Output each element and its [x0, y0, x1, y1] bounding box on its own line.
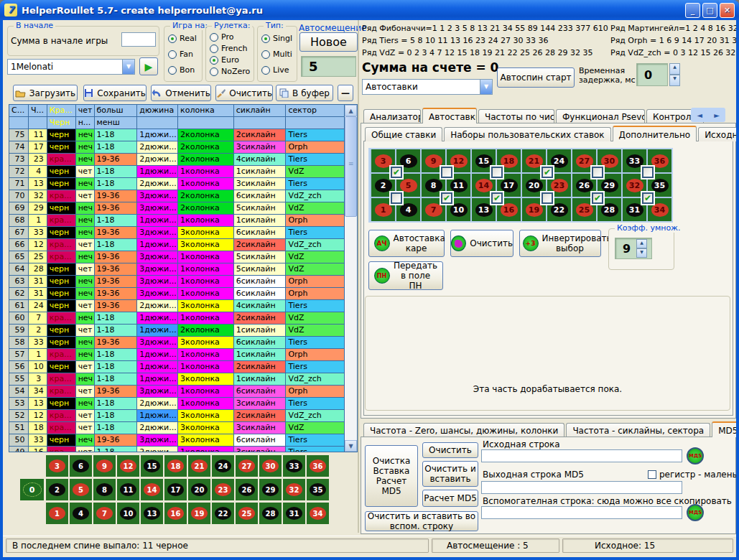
- table-header-cell[interactable]: Кра...: [47, 105, 76, 117]
- radio-icon[interactable]: [210, 45, 218, 53]
- board-cell-7[interactable]: 7: [93, 503, 116, 524]
- bet-checkbox-top-3[interactable]: [491, 167, 503, 178]
- md5-src-input[interactable]: [481, 449, 682, 462]
- spin-down-icon[interactable]: ▼: [669, 75, 680, 86]
- bet-checkbox-bottom-3[interactable]: ✔: [491, 192, 503, 204]
- board-cell-8[interactable]: 8: [93, 479, 116, 500]
- table-header-cell[interactable]: [29, 117, 47, 129]
- bet-checkbox-top-1[interactable]: ✔: [391, 167, 402, 178]
- new-button[interactable]: Новое: [299, 32, 358, 52]
- table-header-cell[interactable]: менш: [95, 117, 138, 129]
- md5-clear-button[interactable]: Очистить: [422, 442, 478, 458]
- tab-1[interactable]: Общие ставки: [365, 127, 442, 141]
- board-cell-32[interactable]: 32: [283, 479, 305, 500]
- bet-checkbox-bottom-6[interactable]: ✔: [642, 192, 654, 204]
- scroll-up-icon[interactable]: ▲: [345, 105, 357, 116]
- board-cell-2[interactable]: 2: [46, 479, 68, 500]
- board-cell-3[interactable]: 3: [46, 455, 68, 477]
- radio-icon[interactable]: [261, 34, 270, 43]
- spin-up-icon[interactable]: ▲: [669, 63, 680, 75]
- start-sum-input[interactable]: [121, 32, 156, 47]
- spin-down-icon[interactable]: ▼: [636, 248, 647, 258]
- md5-calc-button[interactable]: Расчет MD5: [422, 490, 478, 507]
- scroll-down-icon[interactable]: ▼: [345, 440, 357, 452]
- board-cell-26[interactable]: 26: [236, 479, 258, 500]
- panel-clear-button[interactable]: Очистить: [450, 230, 513, 257]
- minimize-button[interactable]: _: [685, 3, 700, 18]
- board-cell-13[interactable]: 13: [141, 503, 163, 524]
- autobets-combo[interactable]: Автоставки ▼: [362, 79, 493, 95]
- tab-1[interactable]: Частота - Zero, шансы, дюжины, колонки: [363, 423, 564, 437]
- board-cell-17[interactable]: 17: [164, 479, 187, 500]
- invert-selection-button[interactable]: +3 Инвертировать выбор: [519, 230, 601, 257]
- tab-1[interactable]: Анализатор: [363, 109, 421, 123]
- undo-button[interactable]: Отменить: [151, 85, 211, 101]
- transfer-button[interactable]: ПН Передать в поле ПН: [368, 261, 443, 290]
- table-header-cell[interactable]: больш: [95, 105, 138, 117]
- buffer-button[interactable]: В буфер: [276, 85, 333, 101]
- board-cell-14[interactable]: 14: [141, 479, 163, 500]
- bet-checkbox-bottom-1[interactable]: [391, 192, 402, 204]
- title-bar[interactable]: 7 HelperRoullet 5.7- create helperroulle…: [0, 0, 739, 20]
- board-cell-29[interactable]: 29: [259, 479, 282, 500]
- radio-fan[interactable]: Fan: [168, 50, 197, 59]
- tab-2[interactable]: Наборы пользовательских ставок: [444, 127, 610, 141]
- board-cell-27[interactable]: 27: [236, 455, 258, 477]
- checkbox-icon[interactable]: [648, 470, 656, 479]
- autospin-button[interactable]: Автоспин старт: [497, 67, 575, 88]
- table-header-cell[interactable]: [286, 117, 345, 129]
- table-header-cell[interactable]: колонка: [178, 105, 234, 117]
- close-button[interactable]: ✕: [720, 3, 735, 18]
- scrollbar-thumb[interactable]: [345, 116, 357, 217]
- board-cell-36[interactable]: 36: [307, 455, 329, 477]
- board-cell-16[interactable]: 16: [164, 503, 187, 524]
- radio-live[interactable]: Live: [261, 65, 292, 75]
- bet-checkbox-bottom-4[interactable]: [542, 192, 553, 204]
- tab-scroll-arrows[interactable]: ◄►: [691, 108, 725, 122]
- board-cell-30[interactable]: 30: [259, 455, 282, 477]
- bet-checkbox-top-5[interactable]: [592, 167, 603, 178]
- preset-combo[interactable]: 1Melonati ▼: [7, 59, 135, 75]
- table-scrollbar[interactable]: ▲ ▼: [345, 105, 357, 452]
- radio-multi[interactable]: Multi: [261, 50, 292, 59]
- board-cell-11[interactable]: 11: [117, 479, 139, 500]
- radio-icon[interactable]: [168, 66, 177, 75]
- table-header-cell[interactable]: Черн: [47, 117, 76, 129]
- bet-checkbox-bottom-5[interactable]: ✔: [592, 192, 603, 204]
- tab-scroll-right-icon[interactable]: ►: [714, 111, 720, 119]
- board-cell-31[interactable]: 31: [283, 503, 305, 524]
- board-cell-35[interactable]: 35: [307, 479, 329, 500]
- radio-icon[interactable]: [261, 66, 270, 75]
- radio-icon[interactable]: [168, 34, 177, 43]
- radio-icon[interactable]: [210, 33, 218, 42]
- table-header-cell[interactable]: дюжина: [137, 105, 178, 117]
- radio-pro[interactable]: Pro: [210, 32, 250, 42]
- tab-2[interactable]: Частота - сиклайны, сектора: [566, 423, 710, 437]
- tab-3[interactable]: Дополнительно: [613, 126, 697, 141]
- minus-button[interactable]: —: [338, 85, 353, 101]
- table-header-cell[interactable]: сектор: [286, 105, 345, 117]
- board-cell-20[interactable]: 20: [188, 479, 210, 500]
- radio-icon[interactable]: [261, 50, 270, 59]
- md5-aux-input[interactable]: [481, 506, 682, 519]
- tab-4[interactable]: Функционал PsevdoMS: [556, 109, 645, 123]
- board-cell-9[interactable]: 9: [93, 455, 116, 477]
- save-button[interactable]: Сохранить: [83, 85, 147, 101]
- tab-4[interactable]: Исходные строки МД: [698, 127, 736, 141]
- radio-bon[interactable]: Bon: [168, 65, 197, 75]
- board-cell-34[interactable]: 34: [307, 503, 329, 524]
- play-button[interactable]: ▶: [139, 57, 158, 75]
- clear-button[interactable]: Очистить: [215, 85, 273, 101]
- bet-checkbox-top-2[interactable]: [441, 167, 452, 178]
- board-cell-5[interactable]: 5: [70, 479, 92, 500]
- board-cell-6[interactable]: 6: [70, 455, 92, 477]
- md5-out-input[interactable]: [481, 481, 682, 494]
- md5-aux-run-icon[interactable]: МД5: [687, 504, 704, 521]
- md5-clear-paste-aux-button[interactable]: Очистить и вставить во вспом. строку: [365, 511, 478, 531]
- radio-euro[interactable]: Euro: [210, 55, 250, 65]
- board-cell-21[interactable]: 21: [188, 455, 210, 477]
- radio-icon[interactable]: [168, 50, 177, 59]
- spin-up-icon[interactable]: ▲: [636, 239, 647, 248]
- table-header-cell[interactable]: н...: [76, 117, 95, 129]
- board-cell-1[interactable]: 1: [46, 503, 68, 524]
